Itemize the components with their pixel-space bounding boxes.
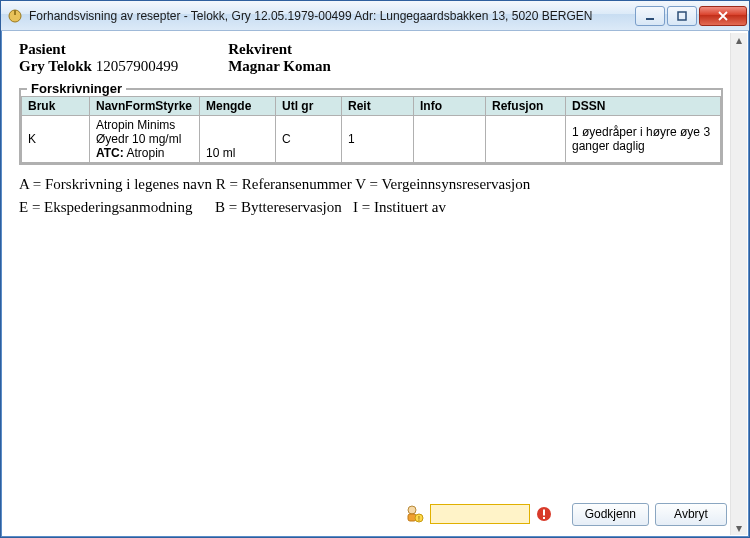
col-navn: NavnFormStyrke — [90, 97, 200, 116]
vertical-scrollbar[interactable]: ▴ ▾ — [730, 33, 747, 535]
content-pane: Pasient Gry Telokk 12057900499 Rekvirent… — [9, 37, 741, 499]
scroll-up-icon[interactable]: ▴ — [731, 33, 747, 47]
cell-dssn: 1 øyedråper i høyre øye 3 ganger daglig — [566, 116, 721, 163]
client-area: Pasient Gry Telokk 12057900499 Rekvirent… — [1, 31, 749, 537]
cell-bruk: K — [22, 116, 90, 163]
search-input[interactable] — [430, 504, 530, 524]
patient-id: 12057900499 — [96, 58, 179, 74]
prescriptions-fieldset: Forskrivninger Bruk NavnFormStyrke Mengd… — [19, 81, 723, 165]
legend-line-1: A = Forskrivning i legenes navn R = Refe… — [19, 173, 723, 196]
legend-block: A = Forskrivning i legenes navn R = Refe… — [19, 173, 723, 218]
window-controls — [633, 6, 747, 26]
minimize-button[interactable] — [635, 6, 665, 26]
header-block: Pasient Gry Telokk 12057900499 Rekvirent… — [19, 41, 723, 75]
col-bruk: Bruk — [22, 97, 90, 116]
scroll-down-icon[interactable]: ▾ — [731, 521, 747, 535]
svg-rect-9 — [543, 510, 545, 516]
patient-name: Gry Telokk — [19, 58, 92, 74]
app-window: Forhandsvisning av resepter - Telokk, Gr… — [0, 0, 750, 538]
error-icon — [536, 506, 552, 522]
col-reit: Reit — [342, 97, 414, 116]
col-utlgr: Utl gr — [276, 97, 342, 116]
cancel-button[interactable]: Avbryt — [655, 503, 727, 526]
prescriptions-legend: Forskrivninger — [27, 81, 126, 96]
cell-navn: Atropin Minims Øyedr 10 mg/ml ATC: Atrop… — [90, 116, 200, 163]
col-mengde: Mengde — [200, 97, 276, 116]
cell-refusjon — [486, 116, 566, 163]
legend-line-2: E = Ekspederingsanmodning B = Byttereser… — [19, 196, 723, 219]
assistant-icon: ! — [404, 504, 424, 524]
patient-col: Pasient Gry Telokk 12057900499 — [19, 41, 178, 75]
requester-name: Magnar Koman — [228, 58, 331, 74]
svg-rect-1 — [14, 10, 16, 15]
cell-reit: 1 — [342, 116, 414, 163]
svg-rect-10 — [543, 517, 545, 519]
svg-rect-3 — [678, 12, 686, 20]
window-title: Forhandsvisning av resepter - Telokk, Gr… — [29, 9, 633, 23]
approve-button[interactable]: Godkjenn — [572, 503, 649, 526]
svg-text:!: ! — [418, 515, 420, 522]
patient-label: Pasient — [19, 41, 178, 58]
close-button[interactable] — [699, 6, 747, 26]
table-row: K Atropin Minims Øyedr 10 mg/ml ATC: Atr… — [22, 116, 721, 163]
svg-point-4 — [408, 506, 416, 514]
cell-utlgr: C — [276, 116, 342, 163]
requester-label: Rekvirent — [228, 41, 331, 58]
col-info: Info — [414, 97, 486, 116]
svg-rect-2 — [646, 18, 654, 20]
cell-mengde: 10 ml — [200, 116, 276, 163]
titlebar[interactable]: Forhandsvisning av resepter - Telokk, Gr… — [1, 1, 749, 31]
prescriptions-table: Bruk NavnFormStyrke Mengde Utl gr Reit I… — [21, 96, 721, 163]
cell-info — [414, 116, 486, 163]
maximize-button[interactable] — [667, 6, 697, 26]
col-dssn: DSSN — [566, 97, 721, 116]
col-refusjon: Refusjon — [486, 97, 566, 116]
app-icon — [7, 8, 23, 24]
requester-col: Rekvirent Magnar Koman — [228, 41, 331, 75]
bottom-bar: ! Godkjenn Avbryt — [9, 499, 741, 537]
